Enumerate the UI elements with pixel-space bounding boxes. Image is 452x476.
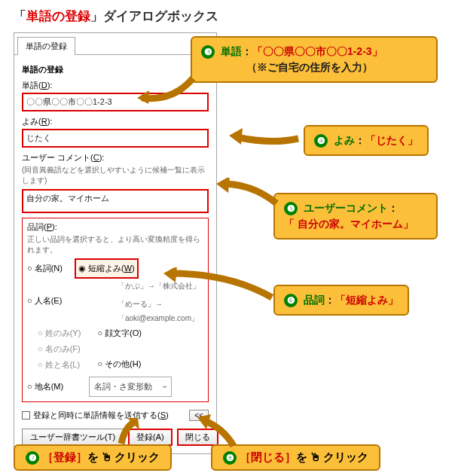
radio-meinomi: ○ 名のみ(F) bbox=[38, 341, 81, 357]
page-title: 「単語の登録」ダイアログボックス bbox=[14, 8, 444, 25]
user-dict-button[interactable]: ユーザー辞書ツール(T) bbox=[22, 429, 124, 446]
checkbox-icon bbox=[22, 411, 30, 420]
send-info-checkbox[interactable]: 登録と同時に単語情報を送信する(S) << bbox=[22, 410, 209, 421]
radio-kaomoji[interactable]: ○ 顔文字(O) bbox=[97, 325, 142, 341]
callout-4: ❹ よみ：「じたく」 bbox=[304, 125, 429, 156]
example-2: 「めーる」→「aoki@example.com」 bbox=[118, 297, 203, 325]
comment-hint: (同音異義語などを選択しやすいように候補一覧に表示します) bbox=[22, 165, 209, 186]
word-register-dialog: 単語の登録 単語の登録 単語(D): 〇〇県〇〇市〇〇1-2-3 よみ(R): … bbox=[14, 32, 217, 454]
example-1: 「かぶ」→「株式会社」 bbox=[118, 279, 203, 293]
radio-chimei[interactable]: ○ 地名(M) bbox=[27, 379, 63, 395]
tango-input[interactable]: 〇〇県〇〇市〇〇1-2-3 bbox=[22, 93, 209, 111]
callout-5: ❺ ユーザーコメント： 「 自分の家。マイホーム」 bbox=[273, 193, 438, 240]
callout-6: ❻ 品詞：「短縮よみ」 bbox=[273, 285, 409, 316]
radio-seimei: ○ 姓と名(L) bbox=[38, 357, 81, 373]
comment-input[interactable]: 自分の家。マイホーム bbox=[22, 189, 209, 213]
radio-jinmei[interactable]: ○ 人名(E) bbox=[27, 293, 62, 309]
comment-label: ユーザー コメント(C): bbox=[22, 152, 209, 163]
radio-sonota[interactable]: ○ その他(H) bbox=[97, 356, 142, 372]
hinshi-group: 品詞(P): 正しい品詞を選択すると、より高い変換精度を得られます。 ○ 名詞(… bbox=[22, 218, 209, 402]
checkbox-label: 登録と同時に単語情報を送信する(S) bbox=[33, 410, 169, 421]
callout-3: ❸ 単語：「〇〇県〇〇市〇〇1-2-3」 （※ご自宅の住所を入力） bbox=[191, 36, 438, 83]
dialog-header: 単語の登録 bbox=[22, 64, 209, 75]
mouse-icon: 🖱 bbox=[101, 450, 112, 463]
radio-meishi[interactable]: ○ 名詞(N) bbox=[27, 261, 63, 276]
yomi-label: よみ(R): bbox=[22, 116, 209, 127]
callout-7: ❼［登録］を🖱クリック bbox=[14, 444, 172, 471]
tango-label: 単語(D): bbox=[22, 80, 209, 91]
arrow-4-icon bbox=[226, 127, 301, 149]
yomi-input[interactable]: じたく bbox=[22, 129, 209, 148]
hinshi-select[interactable]: 名詞・さ変形動 bbox=[89, 377, 172, 397]
collapse-button[interactable]: << bbox=[189, 410, 209, 421]
close-button[interactable]: 閉じる bbox=[177, 429, 218, 446]
radio-tanshuku[interactable]: ◉ 短縮よみ(W) bbox=[75, 258, 139, 279]
radio-seinomi: ○ 姓のみ(Y) bbox=[38, 325, 81, 341]
callout-8: ❽［閉じる］を🖱クリック bbox=[211, 444, 380, 471]
arrow-5-icon bbox=[215, 178, 282, 208]
mouse-icon: 🖱 bbox=[310, 450, 321, 463]
tab-word-register[interactable]: 単語の登録 bbox=[17, 37, 75, 55]
hinshi-hint: 正しい品詞を選択すると、より高い変換精度を得られます。 bbox=[27, 234, 203, 255]
register-button[interactable]: 登録(A) bbox=[128, 429, 173, 446]
